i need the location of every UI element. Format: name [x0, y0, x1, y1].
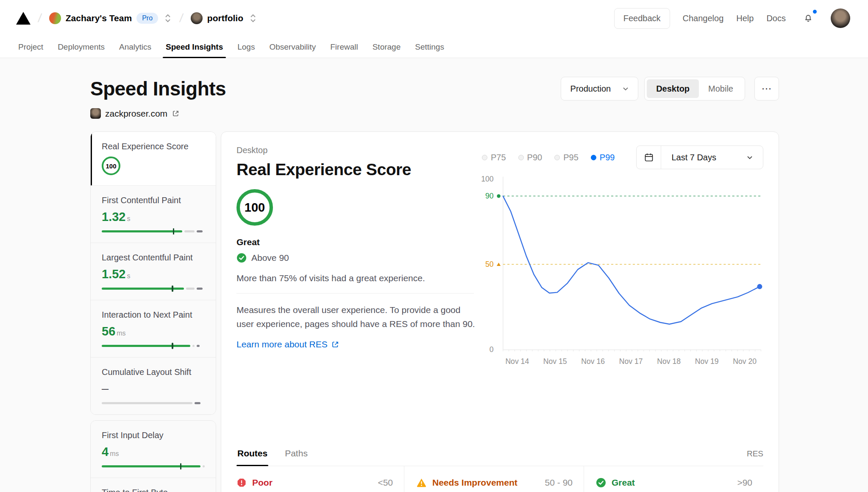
- category-label: Needs Improvement: [432, 478, 517, 488]
- tab-paths[interactable]: Paths: [284, 448, 309, 466]
- calendar-icon: [637, 146, 661, 169]
- alert-octagon-icon: [236, 478, 247, 488]
- bar-tick: [180, 463, 182, 470]
- learn-more-link[interactable]: Learn more about RES: [236, 339, 339, 349]
- metric-bar: [102, 345, 205, 347]
- res-rating: Great: [236, 237, 480, 247]
- column-great: Great >90 /comparisons/codeium-… 600 100: [584, 466, 763, 492]
- chart-header: P75 P90 P95 P99 Last 7 Days: [480, 145, 763, 169]
- res-rating-detail: Above 90: [251, 253, 289, 263]
- tab-routes[interactable]: Routes: [236, 448, 268, 466]
- column-poor: Poor <50 /publications 8 45: [236, 466, 404, 492]
- metrics-group-primary: Real Experience Score 100 First Contentf…: [90, 131, 216, 415]
- chevron-updown-icon[interactable]: [249, 13, 257, 23]
- tab-observability[interactable]: Observability: [262, 36, 323, 58]
- domain-row: zackproser.com: [90, 108, 779, 119]
- metric-unit: ms: [117, 330, 125, 337]
- tab-project[interactable]: Project: [11, 36, 50, 58]
- res-rating-detail-row: Above 90: [236, 253, 480, 263]
- sidebar-item-cumulative-layout-shift[interactable]: Cumulative Layout Shift –: [91, 358, 216, 414]
- sidebar-item-real-experience-score[interactable]: Real Experience Score 100: [91, 132, 216, 186]
- vercel-logo-icon[interactable]: [16, 12, 31, 25]
- tab-speed-insights[interactable]: Speed Insights: [159, 36, 230, 58]
- sidebar-item-first-contentful-paint[interactable]: First Contentful Paint 1.32s: [91, 186, 216, 243]
- metric-label: Cumulative Layout Shift: [102, 367, 205, 377]
- tab-logs[interactable]: Logs: [230, 36, 262, 58]
- percentile-p99[interactable]: P99: [591, 153, 615, 162]
- metric-value: 56ms: [102, 325, 205, 338]
- device-label: Desktop: [236, 145, 480, 155]
- svg-text:Nov 19: Nov 19: [695, 357, 719, 366]
- external-link-icon: [331, 340, 339, 349]
- tab-analytics[interactable]: Analytics: [112, 36, 159, 58]
- category-header: Poor <50: [236, 478, 393, 488]
- team-switcher[interactable]: Zachary's Team Pro: [49, 12, 172, 24]
- res-unit-label: RES: [747, 449, 763, 466]
- percentile-p75[interactable]: P75: [482, 153, 506, 162]
- metric-bar: [102, 230, 205, 232]
- user-avatar[interactable]: [831, 8, 850, 28]
- chevron-updown-icon[interactable]: [164, 13, 172, 23]
- page-head: Speed Insights Production Desktop Mobile…: [90, 77, 779, 101]
- metric-unit: s: [127, 272, 130, 280]
- tab-storage[interactable]: Storage: [365, 36, 408, 58]
- feedback-button[interactable]: Feedback: [614, 8, 670, 29]
- metric-bar: [102, 465, 205, 467]
- percentile-p90[interactable]: P90: [518, 153, 542, 162]
- metrics-sidebar: Real Experience Score 100 First Contentf…: [90, 131, 216, 492]
- notification-dot: [812, 9, 818, 14]
- radio-icon: [482, 155, 487, 160]
- routes-section: Routes Paths RES Poor <50 /publications: [236, 448, 763, 492]
- tab-deployments[interactable]: Deployments: [50, 36, 112, 58]
- routes-columns: Poor <50 /publications 8 45: [236, 466, 763, 492]
- sidebar-item-time-to-first-byte[interactable]: Time to First Byte: [91, 478, 216, 492]
- metrics-group-secondary: First Input Delay 4ms Time to First Byte: [90, 420, 216, 492]
- metric-label: Time to First Byte: [102, 488, 205, 492]
- sidebar-item-largest-contentful-paint[interactable]: Largest Contentful Paint 1.52s: [91, 243, 216, 300]
- tab-firewall[interactable]: Firewall: [323, 36, 365, 58]
- res-big-ring: 100: [236, 189, 273, 226]
- category-range: >90: [737, 478, 752, 488]
- metric-bar: [102, 288, 205, 290]
- date-range-value: Last 7 Days: [661, 146, 763, 169]
- date-range-select[interactable]: Last 7 Days: [636, 145, 763, 169]
- bell-icon: [803, 13, 813, 23]
- page-content: Speed Insights Production Desktop Mobile…: [0, 77, 868, 492]
- site-favicon: [90, 108, 101, 119]
- changelog-link[interactable]: Changelog: [683, 14, 724, 23]
- res-chart-column: P75 P90 P95 P99 Last 7 Days: [480, 145, 763, 445]
- notifications-button[interactable]: [798, 8, 818, 28]
- percentile-p95[interactable]: P95: [554, 153, 579, 162]
- column-needs-improvement: Needs Improvement 50 - 90 /vectordatabas…: [404, 466, 584, 492]
- device-mobile[interactable]: Mobile: [699, 79, 743, 98]
- svg-text:Nov 15: Nov 15: [543, 357, 567, 366]
- svg-text:Nov 17: Nov 17: [619, 357, 643, 366]
- res-big-score: 100: [245, 201, 265, 215]
- res-summary-text: More than 75% of visits had a great expe…: [236, 273, 480, 283]
- project-avatar: [191, 12, 203, 24]
- project-nav-tabs: Project Deployments Analytics Speed Insi…: [0, 36, 868, 58]
- docs-link[interactable]: Docs: [766, 14, 786, 23]
- device-toggle: Desktop Mobile: [644, 77, 745, 101]
- svg-text:0: 0: [490, 345, 494, 354]
- category-label: Great: [612, 478, 635, 488]
- device-desktop[interactable]: Desktop: [647, 79, 699, 98]
- external-link-icon[interactable]: [172, 109, 180, 117]
- radio-icon: [591, 155, 596, 160]
- sidebar-item-first-input-delay[interactable]: First Input Delay 4ms: [91, 421, 216, 478]
- environment-select[interactable]: Production: [561, 77, 639, 101]
- res-title: Real Experience Score: [236, 160, 480, 179]
- sidebar-item-interaction-to-next-paint[interactable]: Interaction to Next Paint 56ms: [91, 300, 216, 358]
- breadcrumb-separator: /: [179, 11, 184, 25]
- bar-tick: [172, 343, 173, 349]
- metric-unit: s: [127, 215, 130, 222]
- tab-settings[interactable]: Settings: [408, 36, 451, 58]
- more-options-button[interactable]: ⋯: [754, 77, 779, 101]
- metric-label: Interaction to Next Paint: [102, 310, 205, 320]
- metric-value: 1.52s: [102, 268, 205, 280]
- bar-tick: [172, 285, 173, 292]
- project-switcher[interactable]: portfolio: [191, 12, 257, 24]
- metric-bar: [102, 402, 205, 404]
- metric-value: 1.32s: [102, 211, 205, 223]
- help-link[interactable]: Help: [736, 14, 754, 23]
